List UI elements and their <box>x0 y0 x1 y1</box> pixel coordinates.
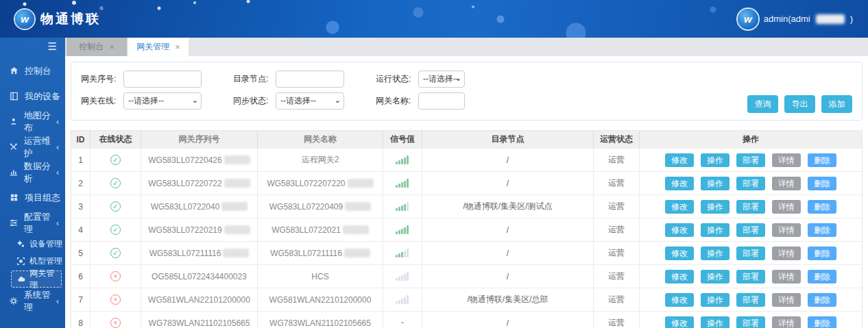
gateway-online-select[interactable]: --请选择-- ⌄ <box>123 92 202 110</box>
run-state-select[interactable]: --请选择-- ⌄ <box>418 71 465 88</box>
operate-button[interactable]: 操作 <box>701 270 730 283</box>
col-header-op-status: 运营状态 <box>594 131 640 148</box>
operate-button[interactable]: 操作 <box>701 223 730 237</box>
sidebar-item-my-devices[interactable]: 我的设备 <box>0 84 65 109</box>
sidebar-collapse-toggle[interactable]: ☰ <box>0 38 65 55</box>
delete-button[interactable]: 删除 <box>808 177 836 190</box>
delete-button[interactable]: 删除 <box>808 316 836 328</box>
tab-gateway-management[interactable]: 网关管理 × <box>128 38 189 56</box>
modify-button[interactable]: 修改 <box>665 153 694 167</box>
model-box-icon <box>16 257 25 266</box>
sync-state-label: 同步状态: <box>233 95 276 107</box>
tab-bar: 控制台 × 网关管理 × <box>65 38 868 56</box>
sidebar-item-system-management[interactable]: 系统管理 ‹ <box>0 288 65 314</box>
sidebar-item-data-analysis[interactable]: 数据分析 ‹ <box>0 160 65 185</box>
detail-button[interactable]: 详情 <box>772 247 801 260</box>
sidebar-item-gateway-management[interactable]: 网关管理 <box>11 270 62 288</box>
modify-button[interactable]: 修改 <box>665 177 694 190</box>
delete-button[interactable]: 删除 <box>808 247 836 260</box>
deploy-button[interactable]: 部署 <box>736 153 765 167</box>
modify-button[interactable]: 修改 <box>665 270 694 283</box>
user-account[interactable]: w admin(admi) <box>738 9 853 29</box>
collapse-arrow-icon: ‹ <box>56 297 59 306</box>
cell-actions: 修改 操作 部署 详情 删除 <box>640 242 862 264</box>
sidebar-item-console[interactable]: 控制台 <box>0 58 65 84</box>
close-icon[interactable]: × <box>175 42 180 52</box>
sidebar-item-map-distribution[interactable]: 地图分布 ‹ <box>0 109 65 134</box>
cell-serial: OG585LL0722434400023 <box>141 265 258 288</box>
status-icon: × <box>110 294 121 305</box>
cell-op-status: 运营 <box>594 149 640 171</box>
modify-button[interactable]: 修改 <box>665 247 694 260</box>
operate-button[interactable]: 操作 <box>701 316 730 328</box>
detail-button[interactable]: 详情 <box>772 200 801 214</box>
tab-console[interactable]: 控制台 × <box>67 38 127 56</box>
deploy-button[interactable]: 部署 <box>736 316 765 328</box>
query-button[interactable]: 查询 <box>747 95 778 113</box>
export-button[interactable]: 导出 <box>784 95 815 113</box>
cell-serial: WG783WLAN21102105665 <box>141 312 258 328</box>
brand-logo-icon: w <box>15 10 34 29</box>
cell-op-status: 运营 <box>594 312 640 328</box>
detail-button[interactable]: 详情 <box>772 316 801 328</box>
cell-op-status: 运营 <box>594 288 640 311</box>
sync-state-select[interactable]: --请选择-- ⌄ <box>276 92 344 110</box>
cell-actions: 修改 操作 部署 详情 删除 <box>640 265 862 288</box>
deploy-button[interactable]: 部署 <box>736 177 765 190</box>
deploy-button[interactable]: 部署 <box>736 200 765 214</box>
status-icon: × <box>110 271 121 281</box>
redact-box <box>345 202 371 211</box>
cell-online-status: ✓ <box>91 172 141 194</box>
directory-node-input[interactable] <box>276 71 344 88</box>
cell-op-status: 运营 <box>594 195 640 218</box>
deploy-button[interactable]: 部署 <box>736 270 765 283</box>
detail-button[interactable]: 详情 <box>772 223 801 237</box>
close-icon[interactable]: × <box>109 42 114 52</box>
table-row: 8 × WG783WLAN21102105665 WG783WLAN211021… <box>71 311 862 328</box>
deploy-button[interactable]: 部署 <box>736 293 765 307</box>
operate-button[interactable]: 操作 <box>701 247 730 260</box>
operate-button[interactable]: 操作 <box>701 153 730 167</box>
delete-button[interactable]: 删除 <box>808 153 836 167</box>
operate-button[interactable]: 操作 <box>701 200 730 214</box>
delete-button[interactable]: 删除 <box>808 270 836 283</box>
gateway-serial-input[interactable] <box>123 71 202 88</box>
detail-button[interactable]: 详情 <box>772 293 801 307</box>
modify-button[interactable]: 修改 <box>665 223 694 237</box>
chevron-down-icon: ⌄ <box>192 92 198 108</box>
add-button[interactable]: 添加 <box>821 95 852 113</box>
status-icon: × <box>110 318 121 328</box>
cell-directory-node: / <box>422 172 594 194</box>
cell-op-status: 运营 <box>594 172 640 194</box>
sidebar-item-device-management[interactable]: 设备管理 <box>0 236 65 253</box>
cell-actions: 修改 操作 部署 详情 删除 <box>640 218 862 241</box>
collapse-arrow-icon: ‹ <box>56 142 59 152</box>
operate-button[interactable]: 操作 <box>701 293 730 307</box>
cell-signal <box>383 172 422 194</box>
sidebar-item-project-configuration[interactable]: 项目组态 <box>0 185 65 210</box>
modify-button[interactable]: 修改 <box>665 200 694 214</box>
sidebar-item-operation-maintenance[interactable]: 运营维护 ‹ <box>0 134 65 160</box>
cell-online-status: × <box>91 265 141 288</box>
collapse-arrow-icon: ‹ <box>56 168 59 177</box>
cell-id: 2 <box>71 172 91 194</box>
gateway-name-input[interactable] <box>418 92 465 110</box>
detail-button[interactable]: 详情 <box>772 270 801 283</box>
delete-button[interactable]: 删除 <box>808 200 836 214</box>
detail-button[interactable]: 详情 <box>772 153 801 167</box>
sidebar-item-config-management[interactable]: 配置管理 ‹ <box>0 210 65 236</box>
redact-box <box>224 155 250 164</box>
deploy-button[interactable]: 部署 <box>736 247 765 260</box>
delete-button[interactable]: 删除 <box>808 293 836 307</box>
col-header-name: 网关名称 <box>258 131 383 148</box>
detail-button[interactable]: 详情 <box>772 177 801 190</box>
delete-button[interactable]: 删除 <box>808 223 836 237</box>
table-body: 1 ✓ WG583LL07220426 远程网关2 / <box>71 148 862 328</box>
chevron-down-icon: ⌄ <box>455 71 461 86</box>
operate-button[interactable]: 操作 <box>701 177 730 190</box>
cell-serial: WG583LL07220219 <box>141 218 258 241</box>
deploy-button[interactable]: 部署 <box>736 223 765 237</box>
table-header: ID 在线状态 网关序列号 网关名称 信号值 目录节点 运营状态 操作 <box>71 131 862 148</box>
modify-button[interactable]: 修改 <box>665 293 694 307</box>
modify-button[interactable]: 修改 <box>665 316 694 328</box>
